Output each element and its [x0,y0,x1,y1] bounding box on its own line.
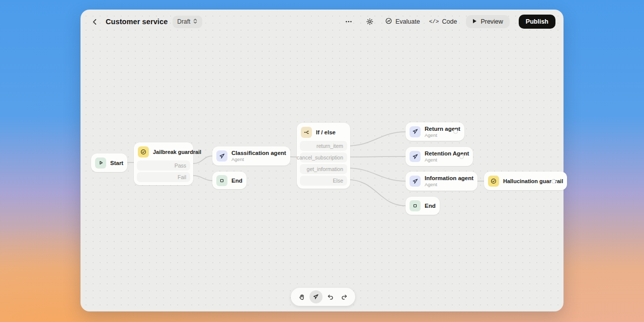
branch-cancel-subscription[interactable]: cancel_subscription [300,152,347,163]
agent-cursor-icon [410,126,421,137]
stop-square-icon [410,200,421,211]
chevron-updown-icon [193,18,198,26]
node-jailbreak-guardrail[interactable]: Jailbreak guardrail Pass Fail [134,142,193,185]
page-title: Customer service [106,18,168,26]
node-information-agent[interactable]: Information agent Agent [406,172,477,191]
guardrail-check-icon [138,146,149,157]
output-port[interactable] [453,129,458,134]
code-icon: </> [429,19,439,25]
branch-split-icon [301,127,312,138]
undo-icon[interactable] [324,290,337,303]
play-icon [95,157,106,169]
agent-cursor-icon [410,151,421,162]
workflow-canvas[interactable]: Customer service Draft [80,10,564,311]
evaluate-icon [385,17,392,26]
guardrail-check-icon [488,176,499,187]
node-start[interactable]: Start [91,153,127,172]
play-icon [472,18,477,25]
branch-get-information[interactable]: get_information [300,164,347,174]
branch-fail[interactable]: Fail [137,172,190,182]
output-port[interactable] [551,179,556,184]
select-cursor-tool[interactable] [309,290,323,303]
output-port[interactable] [459,154,464,159]
node-classification-agent[interactable]: Classification agent Agent [212,146,290,166]
agent-cursor-icon [216,150,227,162]
node-end-1[interactable]: End [212,172,247,189]
evaluate-button[interactable]: Evaluate [385,17,420,26]
header: Customer service Draft [80,10,564,34]
redo-icon[interactable] [338,290,351,303]
agent-cursor-icon [410,176,421,187]
pan-hand-tool[interactable] [295,290,308,303]
stop-square-icon [216,175,227,186]
node-if-else[interactable]: If / else return_item cancel_subscriptio… [297,123,350,189]
settings-gear-icon[interactable] [364,16,376,28]
canvas-toolbar [291,288,355,306]
back-button[interactable] [89,16,101,28]
branch-return-item[interactable]: return_item [300,141,347,151]
status-dropdown[interactable]: Draft [173,16,202,28]
code-button[interactable]: </> Code [429,18,457,25]
publish-button[interactable]: Publish [519,15,555,29]
preview-button[interactable]: Preview [466,15,509,28]
branch-else[interactable]: Else [300,176,347,186]
node-end-2[interactable]: End [406,197,440,215]
branch-pass[interactable]: Pass [137,160,190,171]
more-options-button[interactable] [343,16,355,28]
status-label: Draft [177,18,190,25]
